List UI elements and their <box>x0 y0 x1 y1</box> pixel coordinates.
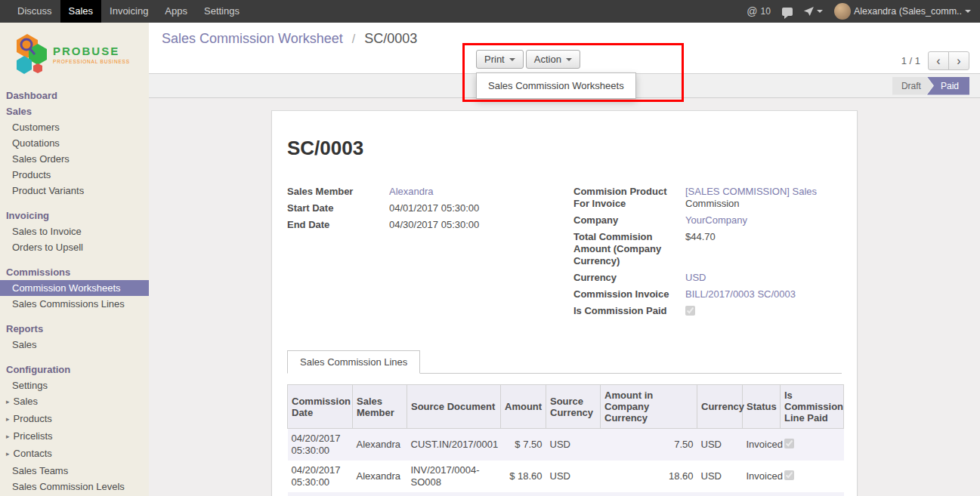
left-field-group: Sales Member Alexandra Start Date 04/01/… <box>287 186 555 323</box>
field-label: Commission Invoice <box>573 288 685 300</box>
sidebar-section-commissions[interactable]: Commissions <box>0 264 149 280</box>
cell-paid <box>781 429 844 461</box>
sidebar-section-sales[interactable]: Sales <box>0 103 149 119</box>
commission-lines-table: Commission Date Sales Member Source Docu… <box>287 384 844 496</box>
th-currency: Currency <box>697 385 743 429</box>
dropdown-item-sales-commission-worksheets[interactable]: Sales Commission Worksheets <box>477 76 635 95</box>
cell-currency: USD <box>697 492 743 496</box>
print-button[interactable]: Print <box>476 50 524 69</box>
total-commission-amount-value: $44.70 <box>685 231 842 267</box>
field-company: Company YourCompany <box>573 214 842 226</box>
cell-amount-company: 7.50 <box>601 429 697 461</box>
breadcrumb-current: SC/0003 <box>364 31 417 46</box>
field-total-commission-amount: Total Commision Amount (Company Currency… <box>573 231 842 267</box>
sidebar-item-settings[interactable]: Settings <box>0 377 149 393</box>
sidebar-item-product-variants[interactable]: Product Variants <box>0 183 149 199</box>
sidebar-item-sales-orders[interactable]: Sales Orders <box>0 151 149 167</box>
sidebar-item-customers[interactable]: Customers <box>0 119 149 135</box>
sidebar-item-commission-worksheets[interactable]: Commission Worksheets <box>0 280 149 296</box>
field-label: Company <box>573 214 685 226</box>
sidebar-item-pricelists[interactable]: Pricelists <box>0 428 149 445</box>
commission-invoice-link[interactable]: BILL/2017/0003 SC/0003 <box>685 288 796 300</box>
main-content: Sales Commission Worksheet / SC/0003 Pri… <box>149 23 980 496</box>
field-start-date: Start Date 04/01/2017 05:30:00 <box>287 202 555 214</box>
user-menu[interactable]: Alexandra (Sales_comm.. <box>834 3 971 20</box>
field-label: End Date <box>287 219 389 231</box>
sidebar-item-dashboard[interactable]: Dashboard <box>0 88 149 103</box>
form-sheet: SC/0003 Sales Member Alexandra Start Dat… <box>271 110 858 496</box>
field-label: Total Commision Amount (Company Currency… <box>573 231 685 267</box>
sidebar-item-sales-commissions-lines[interactable]: Sales Commissions Lines <box>0 296 149 312</box>
sidebar-item-orders-to-upsell[interactable]: Orders to Upsell <box>0 239 149 255</box>
avatar <box>834 3 851 20</box>
commission-product-link[interactable]: [SALES COMMISSION] Sales <box>685 186 817 197</box>
notebook-tabs: Sales Commission Lines <box>287 350 842 374</box>
sidebar-section-invoicing[interactable]: Invoicing <box>0 208 149 223</box>
currency-link[interactable]: USD <box>685 272 706 283</box>
field-label: Start Date <box>287 202 389 214</box>
cell-source: SO008 <box>407 492 501 496</box>
sidebar-item-contacts[interactable]: Contacts <box>0 445 149 463</box>
cell-currency: USD <box>697 429 743 461</box>
cell-source-currency: USD <box>546 429 601 461</box>
sidebar-item-sales-commission-levels[interactable]: Sales Commission Levels <box>0 479 149 494</box>
sales-member-link[interactable]: Alexandra <box>389 186 434 197</box>
topbar-menu-settings[interactable]: Settings <box>196 0 248 23</box>
messages-button[interactable] <box>782 8 793 16</box>
topbar-menu-sales[interactable]: Sales <box>60 0 102 23</box>
breadcrumb-parent-link[interactable]: Sales Commission Worksheet <box>162 31 343 46</box>
field-label: Is Commission Paid <box>573 305 685 319</box>
is-commission-paid-checkbox <box>685 306 695 316</box>
cell-member: Alexandra <box>353 429 407 461</box>
tab-sales-commission-lines[interactable]: Sales Commission Lines <box>287 350 420 374</box>
sidebar-section-reports[interactable]: Reports <box>0 321 149 337</box>
th-amount-company-currency: Amount in Company Currency <box>601 385 697 429</box>
status-paid[interactable]: Paid <box>927 77 969 95</box>
print-button-label: Print <box>484 54 505 65</box>
status-draft[interactable]: Draft <box>892 77 933 95</box>
pager-next-button[interactable] <box>948 51 969 70</box>
mentions-button[interactable]: 10 <box>747 5 771 18</box>
field-commission-invoice: Commission Invoice BILL/2017/0003 SC/000… <box>573 288 842 300</box>
cell-paid <box>781 461 844 492</box>
sidebar-item-sales-config[interactable]: Sales <box>0 393 149 411</box>
end-date-value: 04/30/2017 05:30:00 <box>389 219 555 231</box>
topbar-menu-discuss[interactable]: Discuss <box>9 0 60 23</box>
pager-previous-button[interactable] <box>928 51 949 70</box>
sidebar-section-configuration[interactable]: Configuration <box>0 362 149 377</box>
cell-currency: USD <box>697 461 743 492</box>
field-label: Commision Product For Invoice <box>573 186 685 210</box>
field-commission-product: Commision Product For Invoice [SALES COM… <box>573 186 842 210</box>
sidebar-item-quotations[interactable]: Quotations <box>0 135 149 151</box>
sidebar-item-sales-to-invoice[interactable]: Sales to Invoice <box>0 223 149 239</box>
toolbar-buttons: Print Action <box>476 50 580 69</box>
table-row[interactable]: 04/20/2017 05:30:00 Alexandra CUST.IN/20… <box>288 429 844 461</box>
chat-bubble-icon <box>782 8 793 16</box>
sidebar-item-products[interactable]: Products <box>0 167 149 183</box>
topbar: Discuss Sales Invoicing Apps Settings 10… <box>0 0 980 23</box>
company-link[interactable]: YourCompany <box>685 214 747 226</box>
table-row[interactable]: 04/20/2017 05:30:00 Alexandra INV/2017/0… <box>288 461 844 492</box>
cell-source: INV/2017/0004-SO008 <box>407 461 501 492</box>
screen: Discuss Sales Invoicing Apps Settings 10… <box>0 0 980 496</box>
cell-paid <box>781 492 844 496</box>
table-row[interactable]: 04/20/2017 10:35:53 Alexandra SO008 $ 18… <box>288 492 844 496</box>
th-sales-member: Sales Member <box>353 385 407 429</box>
caret-down-icon <box>509 58 515 61</box>
breadcrumb-separator: / <box>352 32 355 45</box>
sidebar-item-products-config[interactable]: Products <box>0 411 149 428</box>
planner-button[interactable] <box>804 7 823 16</box>
line-paid-checkbox <box>784 470 794 480</box>
action-button-label: Action <box>534 54 561 65</box>
breadcrumb: Sales Commission Worksheet / SC/0003 <box>149 23 980 47</box>
topbar-menu-apps[interactable]: Apps <box>156 0 196 23</box>
sidebar-item-sales-report[interactable]: Sales <box>0 337 149 353</box>
cell-date: 04/20/2017 05:30:00 <box>288 429 353 461</box>
start-date-value: 04/01/2017 05:30:00 <box>389 202 555 214</box>
action-button[interactable]: Action <box>526 50 580 69</box>
caret-down-icon <box>965 10 971 13</box>
sidebar-item-sales-teams[interactable]: Sales Teams <box>0 463 149 479</box>
mention-icon <box>747 5 757 18</box>
topbar-menu-invoicing[interactable]: Invoicing <box>101 0 156 23</box>
sidebar-nav: Dashboard Sales Customers Quotations Sal… <box>0 88 149 494</box>
